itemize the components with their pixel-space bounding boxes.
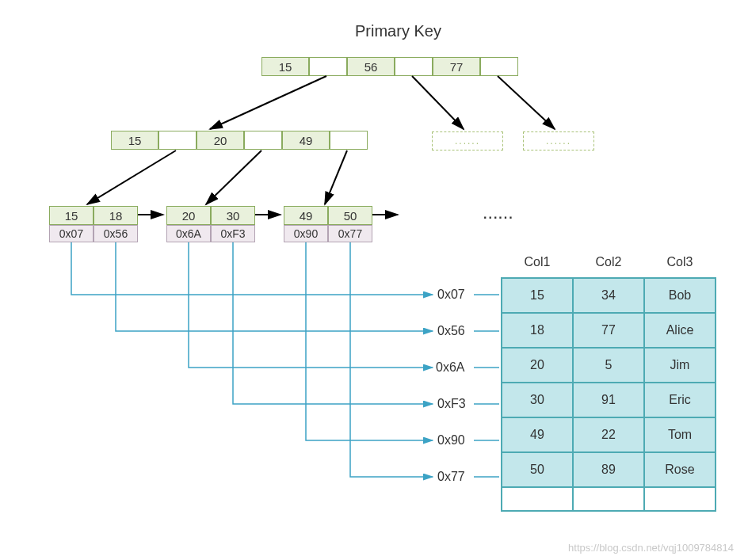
cell: 18 — [502, 313, 573, 348]
root-ptr-1 — [395, 57, 433, 76]
table-row-empty — [502, 487, 716, 511]
mid-ptr-0 — [158, 131, 197, 150]
cell — [573, 487, 644, 511]
leaf0-val1: 0x56 — [94, 225, 138, 242]
mid-key-0: 15 — [111, 131, 158, 150]
table-row: 205Jim — [502, 348, 716, 383]
cell: 22 — [573, 417, 644, 452]
cell: 34 — [573, 278, 644, 313]
leaf1-val1: 0xF3 — [211, 225, 255, 242]
mid-ptr-1 — [244, 131, 282, 150]
root-ptr-0 — [309, 57, 347, 76]
addr-3: 0xF3 — [437, 397, 466, 411]
root-ptr-2 — [480, 57, 518, 76]
leaf1-key0: 20 — [166, 206, 211, 225]
addr-1: 0x56 — [437, 324, 465, 338]
internal-node: 15 20 49 — [111, 131, 368, 150]
svg-line-2 — [498, 76, 555, 129]
table-header-row: Col1 Col2 Col3 — [502, 252, 716, 278]
leaf1-val0: 0x6A — [166, 225, 211, 242]
leaf2-key0: 49 — [284, 206, 328, 225]
leaf1-key1: 30 — [211, 206, 255, 225]
cell: Alice — [644, 313, 716, 348]
table-row: 5089Rose — [502, 452, 716, 487]
cell: 20 — [502, 348, 573, 383]
cell: 89 — [573, 452, 644, 487]
leaf2-val0: 0x90 — [284, 225, 328, 242]
cell: 77 — [573, 313, 644, 348]
cell: Jim — [644, 348, 716, 383]
leaf-node-1: 20 30 0x6A 0xF3 — [166, 206, 255, 242]
cell: 49 — [502, 417, 573, 452]
leaf2-val1: 0x77 — [328, 225, 372, 242]
addr-2: 0x6A — [436, 360, 464, 375]
svg-line-4 — [206, 150, 261, 204]
cell: Rose — [644, 452, 716, 487]
addr-4: 0x90 — [437, 433, 465, 448]
root-key-0: 15 — [261, 57, 309, 76]
table-row: 3091Eric — [502, 383, 716, 417]
cell — [644, 487, 716, 511]
leaf-node-0: 15 18 0x07 0x56 — [49, 206, 138, 242]
cell — [502, 487, 573, 511]
leaf0-key1: 18 — [94, 206, 138, 225]
addr-0: 0x07 — [437, 288, 465, 302]
cell: Bob — [644, 278, 716, 313]
col-header-1: Col1 — [502, 252, 573, 278]
cell: 91 — [573, 383, 644, 417]
data-table: Col1 Col2 Col3 1534Bob 1877Alice 205Jim … — [501, 252, 716, 512]
cell: Eric — [644, 383, 716, 417]
root-node: 15 56 77 — [261, 57, 518, 76]
cell: 5 — [573, 348, 644, 383]
root-key-2: 77 — [433, 57, 480, 76]
leaf0-key0: 15 — [49, 206, 94, 225]
leaf2-key1: 50 — [328, 206, 372, 225]
leaf0-val0: 0x07 — [49, 225, 94, 242]
addr-5: 0x77 — [437, 470, 465, 484]
svg-line-0 — [210, 76, 326, 129]
watermark-text: https://blog.csdn.net/vqj1009784814 — [568, 542, 734, 554]
leaf-ellipsis: ...... — [483, 208, 514, 222]
placeholder-node-1: ...... — [432, 131, 503, 150]
cell: 15 — [502, 278, 573, 313]
col-header-2: Col2 — [573, 252, 644, 278]
table-row: 1534Bob — [502, 278, 716, 313]
table-row: 1877Alice — [502, 313, 716, 348]
cell: 30 — [502, 383, 573, 417]
mid-key-2: 49 — [282, 131, 330, 150]
diagram-title: Primary Key — [355, 22, 441, 40]
svg-line-1 — [412, 76, 464, 129]
cell: 50 — [502, 452, 573, 487]
mid-ptr-2 — [330, 131, 368, 150]
leaf-node-2: 49 50 0x90 0x77 — [284, 206, 372, 242]
svg-line-3 — [87, 150, 176, 204]
svg-line-5 — [325, 150, 347, 204]
root-key-1: 56 — [347, 57, 395, 76]
col-header-3: Col3 — [644, 252, 716, 278]
table-row: 4922Tom — [502, 417, 716, 452]
mid-key-1: 20 — [197, 131, 244, 150]
placeholder-node-2: ...... — [523, 131, 594, 150]
cell: Tom — [644, 417, 716, 452]
